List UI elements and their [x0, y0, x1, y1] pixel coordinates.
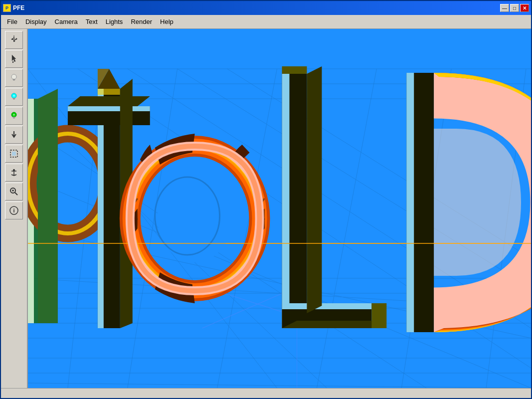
tool-light-off[interactable]	[5, 69, 23, 87]
menu-camera[interactable]: Camera	[51, 16, 82, 27]
menubar: File Display Camera Text Lights Render H…	[1, 15, 531, 29]
svg-rect-73	[282, 74, 289, 328]
tool-info[interactable]: i	[5, 201, 23, 219]
viewport[interactable]	[28, 29, 531, 388]
svg-rect-76	[371, 303, 386, 328]
svg-rect-62	[68, 106, 150, 111]
menu-display[interactable]: Display	[21, 16, 51, 27]
svg-point-2	[11, 74, 16, 79]
svg-point-15	[13, 169, 15, 171]
svg-rect-14	[12, 152, 16, 156]
tool-anchor[interactable]	[5, 164, 23, 182]
titlebar-left: P PFE	[3, 4, 24, 12]
main-area: ✛	[1, 29, 531, 388]
app-icon: P	[3, 4, 11, 12]
svg-point-8	[13, 95, 15, 97]
statusbar	[1, 388, 531, 398]
svg-marker-77	[282, 66, 307, 74]
tool-arrow[interactable]	[5, 126, 23, 144]
svg-rect-3	[13, 79, 15, 80]
window-controls: — □ ✕	[500, 4, 529, 12]
tool-light-cyan[interactable]	[5, 88, 23, 106]
svg-rect-4	[13, 80, 15, 81]
toolbar: ✛	[1, 29, 28, 388]
main-window: P PFE — □ ✕ File Display Camera Text Lig…	[0, 0, 532, 399]
tool-zoom[interactable]	[5, 183, 23, 200]
svg-line-17	[15, 193, 17, 195]
titlebar: P PFE — □ ✕	[1, 1, 531, 15]
svg-point-12	[13, 114, 15, 116]
menu-lights[interactable]: Lights	[102, 16, 127, 27]
menu-help[interactable]: Help	[156, 16, 177, 27]
menu-text[interactable]: Text	[82, 16, 102, 27]
svg-rect-75	[282, 303, 371, 309]
svg-rect-7	[13, 99, 15, 100]
tool-select-down[interactable]	[5, 50, 23, 68]
grid-overlay	[28, 29, 531, 388]
svg-rect-11	[13, 118, 15, 119]
tool-move[interactable]: ✛	[5, 31, 23, 49]
menu-file[interactable]: File	[3, 16, 21, 27]
svg-text:✛: ✛	[11, 35, 17, 43]
svg-point-70	[158, 175, 232, 262]
svg-text:i: i	[13, 207, 14, 213]
tool-light-green[interactable]	[5, 107, 23, 125]
svg-rect-6	[13, 98, 15, 99]
svg-rect-10	[13, 117, 15, 118]
close-button[interactable]: ✕	[520, 4, 529, 12]
window-title: PFE	[13, 4, 24, 11]
menu-render[interactable]: Render	[127, 16, 156, 27]
maximize-button[interactable]: □	[510, 4, 519, 12]
minimize-button[interactable]: —	[500, 4, 509, 12]
svg-rect-60	[98, 89, 120, 95]
tool-select-box[interactable]	[5, 145, 23, 163]
svg-rect-79	[406, 73, 414, 332]
